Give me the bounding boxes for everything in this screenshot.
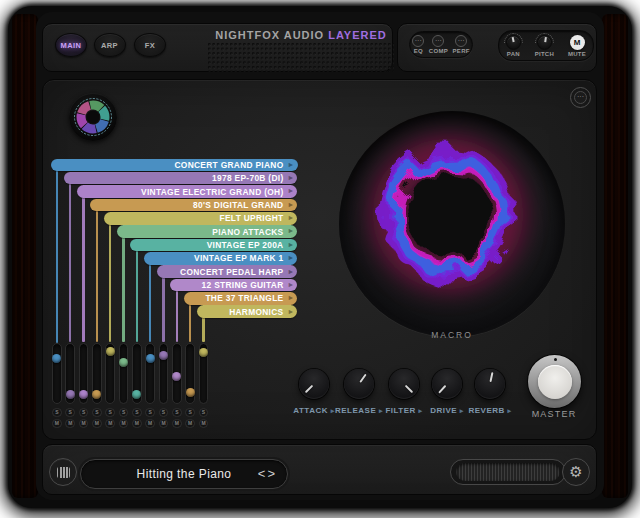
layer-fader-handle[interactable] — [172, 372, 181, 381]
layer-fader-track[interactable] — [105, 343, 115, 404]
panel-options-button[interactable]: ··· — [570, 87, 591, 108]
layer-fader-track[interactable] — [199, 343, 209, 404]
keyboard-button[interactable] — [49, 458, 77, 486]
fx-button-group: ··· EQ ··· COMP ··· PERF — [409, 31, 473, 58]
mute-control[interactable]: M MUTE — [568, 35, 586, 57]
layer-mute-button[interactable]: M — [119, 419, 129, 429]
macro-pad[interactable] — [339, 111, 565, 337]
layer-fader-handle[interactable] — [119, 358, 128, 367]
layer-mute-button[interactable]: M — [199, 419, 209, 429]
layer-mute-button[interactable]: M — [79, 419, 89, 429]
layer-fader-handle[interactable] — [52, 354, 61, 363]
layer-fader-track[interactable] — [92, 343, 102, 404]
layer-fader-handle[interactable] — [199, 348, 208, 357]
layer-solo-button[interactable]: S — [52, 408, 62, 418]
reverb-knob[interactable] — [475, 369, 505, 399]
layer-solo-button[interactable]: S — [145, 408, 155, 418]
pitch-control[interactable]: PITCH — [535, 35, 555, 57]
drive-knob[interactable] — [432, 369, 462, 399]
layer-fader-handle[interactable] — [92, 390, 101, 399]
layer-item[interactable]: 80'S DIGITAL GRAND▸ — [90, 199, 297, 212]
perf-button[interactable]: ··· PERF — [453, 35, 470, 54]
layer-connector-line — [96, 207, 98, 343]
layer-solo-button[interactable]: S — [199, 408, 209, 418]
layer-fader-track[interactable] — [52, 343, 62, 404]
layer-fader-track[interactable] — [185, 343, 195, 404]
layer-mute-button[interactable]: M — [65, 419, 75, 429]
settings-button[interactable]: ⚙ — [562, 458, 590, 486]
eq-button[interactable]: ··· EQ — [412, 35, 424, 54]
preset-prev-icon[interactable]: < — [258, 466, 267, 481]
layer-solo-button[interactable]: S — [79, 408, 89, 418]
preset-next-icon[interactable]: > — [267, 466, 276, 481]
filter-knob[interactable] — [389, 369, 419, 399]
layer-fader-handle[interactable] — [66, 390, 75, 399]
layer-mute-button[interactable]: M — [92, 419, 102, 429]
knob-pointer — [426, 363, 468, 405]
layer-fader-handle[interactable] — [79, 390, 88, 399]
layer-solo-button[interactable]: S — [92, 408, 102, 418]
master-knob[interactable] — [528, 355, 581, 408]
layer-fader-track[interactable] — [119, 343, 129, 404]
comp-button[interactable]: ··· COMP — [429, 35, 448, 54]
layer-mute-button[interactable]: M — [105, 419, 115, 429]
layer-mute-button[interactable]: M — [159, 419, 169, 429]
layer-mute-button[interactable]: M — [172, 419, 182, 429]
layer-fader-handle[interactable] — [146, 354, 155, 363]
pan-control[interactable]: PAN — [506, 35, 521, 57]
pan-knob[interactable] — [506, 35, 521, 50]
layer-item[interactable]: VINTAGE EP 200A▸ — [130, 239, 297, 252]
tab-main[interactable]: MAIN — [55, 33, 87, 57]
layer-solo-button[interactable]: S — [105, 408, 115, 418]
layer-solo-button[interactable]: S — [65, 408, 75, 418]
layer-connector-line — [122, 233, 124, 342]
layer-fader-handle[interactable] — [132, 390, 141, 399]
layer-solo-button[interactable]: S — [132, 408, 142, 418]
layer-item[interactable]: 12 STRING GUITAR▸ — [170, 279, 297, 292]
layer-fader-track[interactable] — [132, 343, 142, 404]
pitch-knob[interactable] — [537, 35, 552, 50]
perf-dots-icon: ··· — [455, 35, 467, 47]
layer-item[interactable]: VINTAGE ELECTRIC GRAND (OH)▸ — [77, 185, 297, 198]
layer-solo-button[interactable]: S — [159, 408, 169, 418]
layer-solo-button[interactable]: S — [172, 408, 182, 418]
pan-label: PAN — [507, 51, 520, 57]
macro-plasma-visual — [339, 111, 565, 337]
release-knob[interactable] — [344, 369, 374, 399]
layer-item[interactable]: CONCERT GRAND PIANO▸ — [51, 159, 298, 172]
layer-connector-line — [109, 220, 111, 343]
knob-pointer — [293, 363, 335, 405]
layer-fader-handle[interactable] — [186, 388, 195, 397]
layer-fader-track[interactable] — [79, 343, 89, 404]
layer-fader-track[interactable] — [65, 343, 75, 404]
layer-item[interactable]: HARMONICS▸ — [197, 305, 297, 318]
layer-solo-button[interactable]: S — [119, 408, 129, 418]
layer-mute-button[interactable]: M — [52, 419, 62, 429]
layer-mute-button[interactable]: M — [185, 419, 195, 429]
layer-item[interactable]: THE 37 TRIANGLE▸ — [184, 292, 298, 305]
scroll-strip-texture — [456, 463, 560, 481]
layer-item[interactable]: FELT UPRIGHT▸ — [104, 212, 298, 225]
layer-mute-button[interactable]: M — [132, 419, 142, 429]
layer-solo-button[interactable]: S — [185, 408, 195, 418]
layer-fader-handle[interactable] — [159, 351, 168, 360]
layer-fader-track[interactable] — [159, 343, 169, 404]
preset-name: Hitting the Piano — [137, 467, 232, 481]
scroll-strip-control[interactable] — [450, 459, 566, 485]
mute-icon[interactable]: M — [570, 35, 585, 50]
layer-item[interactable]: PIANO ATTACKS▸ — [117, 225, 297, 238]
layer-item[interactable]: 1978 EP-70B (DI)▸ — [64, 172, 298, 185]
layer-mute-button[interactable]: M — [145, 419, 155, 429]
mini-visualizer[interactable] — [69, 93, 117, 141]
layer-fader-handle[interactable] — [106, 347, 115, 356]
layer-arrow-icon: ▸ — [289, 307, 293, 316]
attack-knob[interactable] — [299, 369, 329, 399]
layer-item[interactable]: CONCERT PEDAL HARP▸ — [157, 265, 297, 278]
tab-arp[interactable]: ARP — [94, 33, 126, 57]
layer-fader-track[interactable] — [172, 343, 182, 404]
eq-dots-icon: ··· — [412, 35, 424, 47]
layer-item[interactable]: VINTAGE EP MARK 1▸ — [144, 252, 298, 265]
preset-browser[interactable]: Hitting the Piano < > — [80, 459, 288, 489]
tab-fx[interactable]: FX — [134, 33, 166, 57]
layer-fader-track[interactable] — [145, 343, 155, 404]
